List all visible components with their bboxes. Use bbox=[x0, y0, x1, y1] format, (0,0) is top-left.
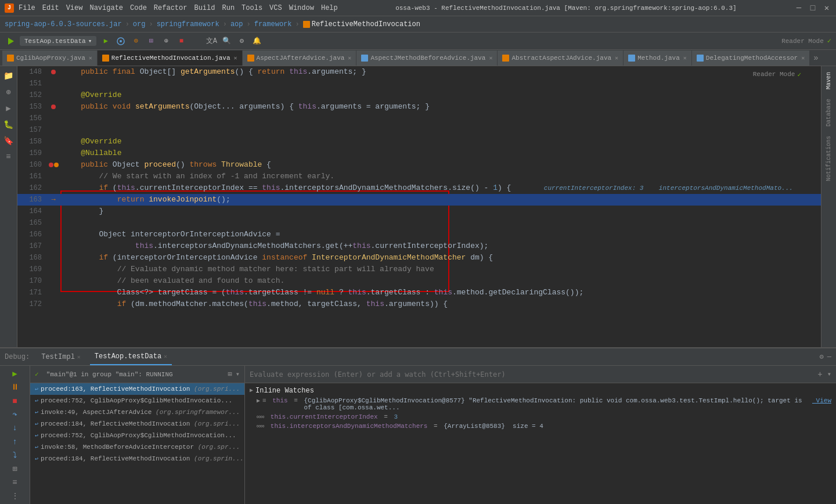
line-gutter[interactable] bbox=[46, 159, 60, 171]
watch-add-button[interactable]: + bbox=[817, 370, 822, 379]
breakpoint-dot[interactable] bbox=[51, 105, 56, 109]
watch-item-this[interactable]: ▶ ≡ this = {CglibAopProxy$CglibMethodInv… bbox=[245, 396, 836, 412]
menu-help[interactable]: Help bbox=[321, 4, 338, 12]
breadcrumb-framework[interactable]: framework bbox=[254, 20, 292, 28]
menu-code[interactable]: Code bbox=[130, 4, 147, 12]
menu-tools[interactable]: Tools bbox=[242, 4, 262, 12]
frame-item-3[interactable]: ↩ proceed:184, ReflectiveMethodInvocatio… bbox=[30, 418, 244, 430]
sidebar-notifications-label[interactable]: Notifications bbox=[824, 132, 833, 185]
watch-section-expand-icon[interactable]: ▶ bbox=[250, 387, 253, 394]
thread-filter-icon[interactable]: ⊞ bbox=[228, 370, 232, 379]
debug-stop-icon[interactable]: ■ bbox=[8, 395, 22, 406]
run-config-selector[interactable]: TestAop.testData ▾ bbox=[20, 36, 96, 46]
breakpoint-dot[interactable] bbox=[49, 163, 53, 167]
tab-close-aspectjbefore[interactable]: ✕ bbox=[489, 55, 492, 62]
debug-tab-testaop[interactable]: TestAop.testData ✕ bbox=[90, 349, 172, 365]
translate-button[interactable]: 文A bbox=[206, 35, 217, 47]
sidebar-run-icon[interactable]: ▶ bbox=[2, 101, 16, 115]
sidebar-database-label[interactable]: Database bbox=[824, 95, 833, 130]
debug-minimize-icon[interactable]: ─ bbox=[827, 353, 831, 361]
debug-tab-testimpl[interactable]: TestImpl ✕ bbox=[37, 349, 85, 365]
menu-refactor[interactable]: Refactor bbox=[154, 4, 188, 12]
sidebar-structure-icon[interactable]: ≡ bbox=[2, 150, 16, 164]
breadcrumb-aop[interactable]: aop bbox=[230, 20, 243, 28]
debug-settings-icon[interactable]: ⚙ bbox=[820, 352, 824, 361]
debug-step-over-icon[interactable]: ↷ bbox=[8, 409, 22, 420]
tab-close-cglib[interactable]: ✕ bbox=[89, 55, 92, 62]
maximize-button[interactable]: □ bbox=[808, 3, 817, 13]
breadcrumb-org[interactable]: org bbox=[133, 20, 146, 28]
thread-dropdown-icon[interactable]: ▾ bbox=[236, 370, 240, 379]
frame-item-1[interactable]: ↩ proceed:752, CglibAopProxy$CglibMethod… bbox=[30, 395, 244, 406]
stop-button[interactable]: ■ bbox=[175, 35, 187, 47]
tab-close-aspectjafter[interactable]: ✕ bbox=[348, 55, 351, 62]
menu-file[interactable]: File bbox=[19, 4, 35, 12]
sidebar-project-icon[interactable]: 📁 bbox=[2, 69, 16, 82]
run-green-button[interactable]: ▶ bbox=[100, 35, 111, 47]
frame-item-2[interactable]: ↩ invoke:49, AspectJAfterAdvice (org.spr… bbox=[30, 406, 244, 418]
tab-delegating[interactable]: DelegatingMethodAccessor ✕ bbox=[692, 51, 810, 66]
menu-run[interactable]: Run bbox=[222, 4, 235, 12]
title-bar: J File Edit View Navigate Code Refactor … bbox=[0, 0, 836, 16]
debug-tab-testimpl-close[interactable]: ✕ bbox=[77, 354, 81, 361]
notifications-button[interactable]: 🔔 bbox=[251, 35, 262, 47]
line-gutter[interactable] bbox=[46, 66, 60, 78]
debug-more-icon[interactable]: ⋮ bbox=[8, 491, 22, 502]
line-gutter bbox=[46, 206, 60, 217]
tab-aspectjbefore[interactable]: AspectJMethodBeforeAdvice.java ✕ bbox=[356, 51, 498, 66]
frame-item-6[interactable]: ↩ proceed:184, ReflectiveMethodInvocatio… bbox=[30, 453, 244, 465]
debug-grid-icon[interactable]: ⊞ bbox=[8, 463, 22, 474]
menu-view[interactable]: View bbox=[66, 4, 83, 12]
debug-run-cursor-icon[interactable]: ⤵ bbox=[8, 449, 22, 460]
sidebar-maven-label[interactable]: Maven bbox=[824, 69, 833, 93]
sidebar-debug-icon[interactable]: 🐛 bbox=[2, 117, 16, 131]
tab-reflective[interactable]: ReflectiveMethodInvocation.java ✕ bbox=[98, 51, 243, 66]
run-button[interactable] bbox=[5, 35, 16, 47]
sidebar-bookmark-icon[interactable]: 🔖 bbox=[2, 134, 16, 147]
frame-item-5[interactable]: ↩ invoke:58, MethodBeforeAdviceIntercept… bbox=[30, 441, 244, 453]
menu-build[interactable]: Build bbox=[194, 4, 215, 12]
debug-step-into-icon[interactable]: ↓ bbox=[8, 423, 22, 434]
menu-navigate[interactable]: Navigate bbox=[89, 4, 123, 12]
line-gutter[interactable] bbox=[46, 101, 60, 113]
tabs-more-button[interactable]: » bbox=[810, 51, 821, 66]
close-button[interactable]: ✕ bbox=[822, 3, 831, 13]
watch-expand-icon[interactable]: ▶ bbox=[257, 397, 260, 404]
menu-edit[interactable]: Edit bbox=[42, 4, 59, 12]
frame-item-0[interactable]: ↩ proceed:163, ReflectiveMethodInvocatio… bbox=[30, 383, 244, 395]
tab-cglib[interactable]: CglibAopProxy.java ✕ bbox=[2, 51, 98, 66]
tab-close-abstractaspectj[interactable]: ✕ bbox=[615, 55, 618, 62]
tab-method[interactable]: Method.java ✕ bbox=[624, 51, 692, 66]
minimize-button[interactable]: ─ bbox=[794, 3, 803, 13]
tab-close-reflective[interactable]: ✕ bbox=[234, 55, 237, 62]
breadcrumb-springframework[interactable]: springframework bbox=[157, 20, 219, 28]
debug-resume-button[interactable]: ▶ bbox=[8, 368, 22, 379]
watch-item-matchers[interactable]: ∞∞ this.interceptorsAndDynamicMethodMatc… bbox=[245, 422, 836, 431]
watch-link-view[interactable]: View bbox=[812, 397, 831, 404]
menu-vcs[interactable]: VCS bbox=[269, 4, 282, 12]
watch-item-index[interactable]: ∞∞ this.currentInterceptorIndex = 3 bbox=[245, 412, 836, 422]
coverage-button[interactable]: ⊙ bbox=[130, 35, 142, 47]
build-button[interactable]: ⊕ bbox=[160, 35, 172, 47]
reader-mode-label[interactable]: Reader Mode bbox=[781, 38, 824, 45]
watch-input[interactable] bbox=[250, 370, 817, 379]
menu-window[interactable]: Window bbox=[289, 4, 314, 12]
tab-aspectjafter[interactable]: AspectJAfterAdvice.java ✕ bbox=[243, 51, 357, 66]
breadcrumb-jar[interactable]: spring-aop-6.0.3-sources.jar bbox=[5, 20, 122, 28]
tab-close-method[interactable]: ✕ bbox=[683, 55, 687, 62]
profile-button[interactable]: ⊞ bbox=[145, 35, 157, 47]
watch-expand-button[interactable]: ▾ bbox=[827, 370, 831, 379]
debug-step-out-icon[interactable]: ↑ bbox=[8, 436, 22, 447]
settings-toolbar-button[interactable]: ⚙ bbox=[236, 35, 247, 47]
debug-list-icon[interactable]: ≡ bbox=[8, 477, 22, 488]
reader-mode[interactable]: Reader Mode ✓ bbox=[748, 66, 806, 82]
frame-item-4[interactable]: ↩ proceed:752, CglibAopProxy$CglibMethod… bbox=[30, 430, 244, 441]
debug-button[interactable] bbox=[115, 35, 127, 47]
debug-suspend-icon[interactable]: ⏸ bbox=[8, 381, 22, 393]
sidebar-commit-icon[interactable]: ⊛ bbox=[2, 85, 16, 99]
breakpoint-dot[interactable] bbox=[51, 70, 56, 74]
debug-tab-testaop-close[interactable]: ✕ bbox=[164, 353, 167, 360]
search-toolbar-button[interactable]: 🔍 bbox=[221, 35, 232, 47]
tab-close-delegating[interactable]: ✕ bbox=[801, 55, 805, 62]
tab-abstractaspectj[interactable]: AbstractAspectJAdvice.java ✕ bbox=[498, 51, 624, 66]
